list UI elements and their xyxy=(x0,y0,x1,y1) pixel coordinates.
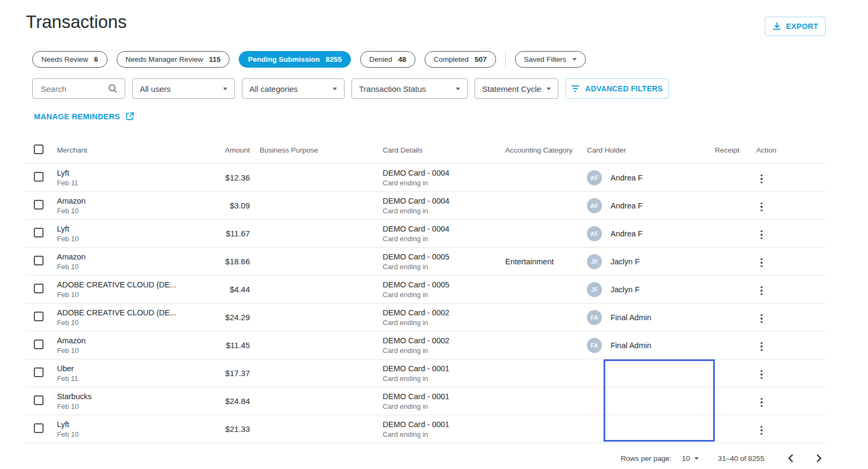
transaction-amount: $24.29 xyxy=(191,313,250,322)
advanced-filters-button[interactable]: ADVANCED FILTERS xyxy=(565,78,669,99)
column-header-action: Action xyxy=(750,146,825,154)
card-ending-label: Card ending in xyxy=(383,207,505,215)
status-tab-count: 8255 xyxy=(326,55,342,63)
card-name: DEMO Card - 0004 xyxy=(383,225,505,233)
chevron-down-icon xyxy=(333,88,337,90)
card-holder-name: Final Admin xyxy=(611,313,651,322)
transaction-amount: $21.33 xyxy=(191,424,250,434)
column-header-merchant: Merchant xyxy=(54,146,191,154)
card-holder-avatar: FA xyxy=(587,338,602,353)
chevron-down-icon xyxy=(572,58,577,61)
transaction-date: Feb 10 xyxy=(57,235,191,243)
card-name: DEMO Card - 0002 xyxy=(383,308,505,317)
status-tab-label: Needs Manager Review xyxy=(126,55,203,63)
status-tab[interactable]: Needs Manager Review 115 xyxy=(117,51,230,68)
filter-icon xyxy=(571,85,579,92)
card-ending-label: Card ending in xyxy=(383,374,505,383)
kebab-menu-icon[interactable] xyxy=(756,227,767,243)
transaction-amount: $11.45 xyxy=(191,341,250,350)
status-tab-count: 115 xyxy=(209,55,221,63)
accounting-category: Entertainment xyxy=(505,257,587,266)
column-header-amount: Amount xyxy=(191,146,250,154)
merchant-name: ADOBE CREATIVE CLOUD (DE... xyxy=(57,308,191,317)
previous-page-button[interactable] xyxy=(784,452,797,465)
search-field[interactable] xyxy=(32,78,125,99)
card-ending-label: Card ending in xyxy=(383,263,505,271)
status-tab-label: Pending Submission xyxy=(248,55,320,63)
kebab-menu-icon[interactable] xyxy=(756,255,767,271)
status-tabs: Needs Review 6 Needs Manager Review 115 … xyxy=(32,51,496,68)
kebab-menu-icon[interactable] xyxy=(756,199,767,215)
card-holder-avatar: JF xyxy=(587,282,602,297)
row-checkbox[interactable] xyxy=(34,284,44,293)
card-ending-label: Card ending in xyxy=(383,179,505,187)
card-holder-name: Final Admin xyxy=(611,341,651,350)
table-row: Amazon Feb 10 $3.09 DEMO Card - 0004 Car… xyxy=(26,192,825,220)
column-header-accounting-category: Accounting Category xyxy=(505,146,587,154)
chevron-down-icon xyxy=(694,457,699,460)
row-checkbox[interactable] xyxy=(34,395,44,405)
transaction-amount: $18.66 xyxy=(191,257,250,266)
table-row: Lyft Feb 10 $11.67 DEMO Card - 0004 Card… xyxy=(26,220,825,248)
row-checkbox[interactable] xyxy=(34,228,44,237)
row-checkbox[interactable] xyxy=(34,367,44,377)
column-header-business-purpose: Business Purpose xyxy=(250,146,383,154)
export-button[interactable]: EXPORT xyxy=(765,17,826,36)
kebab-menu-icon[interactable] xyxy=(756,283,767,299)
row-checkbox[interactable] xyxy=(34,172,44,182)
row-checkbox[interactable] xyxy=(34,256,44,265)
row-checkbox[interactable] xyxy=(34,312,44,321)
transaction-status-dropdown[interactable]: Transaction Status xyxy=(351,78,468,99)
row-checkbox[interactable] xyxy=(34,340,44,349)
status-tab[interactable]: Denied 48 xyxy=(360,51,415,68)
status-tab-count: 6 xyxy=(94,55,98,63)
kebab-menu-icon[interactable] xyxy=(756,395,767,410)
chevron-left-icon xyxy=(787,454,793,463)
column-header-receipt: Receipt xyxy=(715,146,750,154)
pagination-range: 31–40 of 8255 xyxy=(718,454,764,463)
row-checkbox[interactable] xyxy=(34,200,44,210)
status-tab[interactable]: Completed 507 xyxy=(425,51,496,68)
saved-filters-label: Saved Filters xyxy=(524,55,566,63)
table-row: Uber Feb 11 $17.37 DEMO Card - 0001 Card… xyxy=(26,359,825,387)
card-name: DEMO Card - 0002 xyxy=(383,336,505,345)
transaction-amount: $3.09 xyxy=(191,201,250,210)
manage-reminders-link[interactable]: MANAGE REMINDERS xyxy=(34,112,134,121)
card-ending-label: Card ending in xyxy=(383,319,505,327)
kebab-menu-icon[interactable] xyxy=(756,423,767,438)
saved-filters-dropdown[interactable]: Saved Filters xyxy=(515,51,586,68)
next-page-button[interactable] xyxy=(813,452,826,465)
merchant-name: Lyft xyxy=(57,225,191,233)
card-holder-name: Andrea F xyxy=(611,174,643,182)
kebab-menu-icon[interactable] xyxy=(756,367,767,383)
table-row: Lyft Feb 10 $21.33 DEMO Card - 0001 Card… xyxy=(26,415,825,443)
kebab-menu-icon[interactable] xyxy=(756,311,767,327)
transactions-page: Transactions EXPORT Needs Review 6 Needs… xyxy=(0,0,868,469)
select-all-checkbox[interactable] xyxy=(34,145,44,154)
export-button-label: EXPORT xyxy=(786,22,819,31)
transaction-date: Feb 11 xyxy=(57,179,191,187)
rows-per-page-select[interactable]: 10 xyxy=(676,454,699,463)
statement-cycle-label: Statement Cycle xyxy=(482,84,541,93)
transactions-table: Merchant Amount Business Purpose Card De… xyxy=(26,137,825,443)
all-categories-dropdown[interactable]: All categories xyxy=(242,78,345,99)
status-tab[interactable]: Pending Submission 8255 xyxy=(239,51,351,68)
statement-cycle-dropdown[interactable]: Statement Cycle xyxy=(475,78,558,99)
transaction-amount: $12.36 xyxy=(191,173,250,182)
transaction-date: Feb 10 xyxy=(57,319,191,327)
kebab-menu-icon[interactable] xyxy=(756,339,767,355)
all-users-dropdown[interactable]: All users xyxy=(132,78,235,99)
card-holder-avatar: JF xyxy=(587,254,602,269)
merchant-name: Amazon xyxy=(57,197,191,205)
chevron-right-icon xyxy=(816,454,822,463)
row-checkbox[interactable] xyxy=(34,423,44,433)
search-input[interactable] xyxy=(40,84,104,94)
card-ending-label: Card ending in xyxy=(383,430,505,438)
manage-reminders-label: MANAGE REMINDERS xyxy=(34,112,120,121)
status-tab[interactable]: Needs Review 6 xyxy=(32,51,107,68)
filters-row: All users All categories Transaction Sta… xyxy=(32,78,669,99)
card-ending-label: Card ending in xyxy=(383,402,505,410)
status-tab-label: Denied xyxy=(369,55,392,63)
kebab-menu-icon[interactable] xyxy=(756,171,767,187)
status-tab-label: Completed xyxy=(434,55,469,63)
